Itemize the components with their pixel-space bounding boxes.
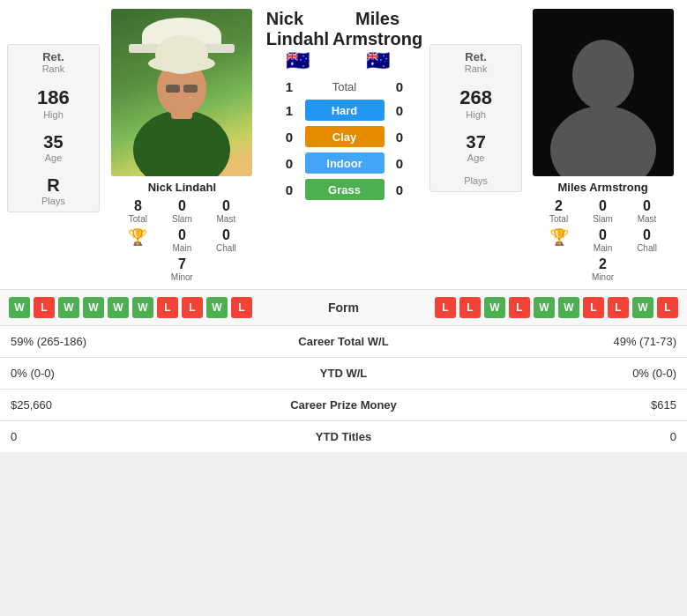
svg-rect-5: [166, 85, 180, 93]
form-right: LLWLWWLLWL: [385, 297, 679, 318]
right-player-area: Miles Armstrong 2 Total 0 Slam 0 Mast 🏆: [526, 9, 680, 284]
form-badge-left-0: W: [9, 297, 30, 318]
stat-right-3: 0: [446, 421, 687, 453]
right-age-label: Age: [467, 152, 485, 163]
left-rank-label: Rank: [42, 63, 65, 74]
indoor-badge: Indoor: [305, 152, 385, 174]
form-left: WLWWWWLLWL: [9, 297, 303, 318]
total-label: Total: [305, 80, 385, 93]
top-section: Nick Lindahl 8 Total 0 Slam 0 Mast 🏆: [0, 0, 687, 289]
left-main-stat: 0 Main: [160, 227, 204, 253]
grass-left: 0: [274, 182, 305, 197]
right-plays-item: Plays: [464, 175, 488, 186]
form-badge-right-6: L: [583, 297, 604, 318]
form-badge-right-1: L: [459, 297, 481, 318]
form-badge-left-4: W: [108, 297, 129, 318]
svg-rect-6: [183, 85, 198, 93]
total-right: 0: [385, 79, 415, 94]
form-badge-right-0: L: [435, 297, 456, 318]
right-rank-status: Ret.: [465, 50, 487, 63]
svg-point-4: [155, 35, 208, 74]
stat-right-1: 0% (0-0): [446, 358, 687, 390]
left-flag: 🇦🇺: [286, 49, 310, 72]
total-left: 1: [274, 79, 305, 94]
right-high-val: 268: [459, 86, 492, 109]
left-high-val: 186: [37, 86, 70, 109]
bottom-stats-table: 59% (265-186) Career Total W/L 49% (71-7…: [0, 325, 687, 452]
svg-point-0: [133, 110, 230, 176]
form-badge-left-2: W: [58, 297, 79, 318]
stat-center-3: YTD Titles: [241, 421, 447, 453]
names-flags-row: Nick Lindahl 🇦🇺 Miles Armstrong 🇦🇺: [263, 9, 426, 72]
left-rank-item: Ret. Rank: [42, 50, 65, 74]
total-row: 1 Total 0: [263, 79, 426, 94]
center-area: Nick Lindahl 🇦🇺 Miles Armstrong 🇦🇺 1 Tot…: [263, 9, 426, 203]
main-container: Nick Lindahl 8 Total 0 Slam 0 Mast 🏆: [0, 0, 687, 452]
stat-center-2: Career Prize Money: [241, 390, 447, 421]
left-age-val: 35: [43, 132, 63, 152]
stats-row-3: 0 YTD Titles 0: [0, 421, 687, 453]
stat-left-1: 0% (0-0): [0, 358, 241, 390]
right-flag: 🇦🇺: [366, 49, 390, 72]
hard-right: 0: [385, 103, 415, 118]
left-name-block: Nick Lindahl 🇦🇺: [266, 9, 329, 72]
clay-badge: Clay: [305, 126, 385, 147]
form-badge-left-8: W: [206, 297, 228, 318]
hard-badge: Hard: [305, 100, 385, 121]
form-badge-left-7: L: [182, 297, 203, 318]
stat-left-0: 59% (265-186): [0, 326, 241, 358]
stat-right-0: 49% (71-73): [446, 326, 687, 358]
clay-right: 0: [385, 130, 415, 145]
indoor-left: 0: [274, 156, 305, 171]
clay-row: 0 Clay 0: [263, 126, 426, 147]
right-center-name: Miles Armstrong: [332, 9, 422, 49]
right-slam-stat: 0 Slam: [581, 198, 625, 224]
right-age-val: 37: [467, 132, 486, 152]
left-trophy: 🏆: [116, 227, 160, 253]
stat-right-2: $615: [446, 390, 687, 421]
left-total-stat: 8 Total: [116, 198, 160, 224]
trophy-icon-right: 🏆: [549, 227, 569, 247]
left-minor-stat: 7 Minor: [160, 256, 204, 282]
right-high-label: High: [466, 109, 486, 120]
left-high-item: 186 High: [37, 86, 70, 120]
form-badge-right-3: L: [509, 297, 530, 318]
right-main-stat: 0 Main: [581, 227, 625, 253]
stat-center-1: YTD W/L: [241, 358, 447, 390]
right-rank-label: Rank: [465, 63, 488, 74]
clay-left: 0: [274, 130, 305, 145]
grass-row: 0 Grass 0: [263, 179, 426, 200]
right-trophy: 🏆: [537, 227, 581, 253]
stat-center-0: Career Total W/L: [241, 326, 447, 358]
form-badge-left-3: W: [83, 297, 104, 318]
right-age-item: 37 Age: [467, 132, 486, 163]
form-badge-right-7: L: [608, 297, 629, 318]
left-mast-stat: 0 Mast: [204, 198, 248, 224]
right-total-stat: 2 Total: [537, 198, 581, 224]
form-badge-right-2: W: [484, 297, 505, 318]
grass-right: 0: [385, 182, 415, 197]
right-rank-item: Ret. Rank: [465, 50, 488, 74]
left-center-name: Nick Lindahl: [266, 9, 329, 49]
left-age-item: 35 Age: [43, 132, 63, 163]
left-plays-item: R Plays: [41, 175, 65, 206]
grass-badge: Grass: [305, 179, 385, 200]
form-badge-left-1: L: [34, 297, 55, 318]
right-chall-stat: 0 Chall: [625, 227, 669, 253]
right-player-name: Miles Armstrong: [558, 181, 648, 194]
left-player-area: Nick Lindahl 8 Total 0 Slam 0 Mast 🏆: [105, 9, 259, 284]
form-badge-right-8: W: [632, 297, 653, 318]
left-high-label: High: [43, 109, 63, 120]
form-section: WLWWWWLLWL Form LLWLWWLLWL: [0, 289, 687, 325]
left-rank-panel: Ret. Rank 186 High 35 Age R Plays: [7, 44, 100, 212]
left-slam-stat: 0 Slam: [160, 198, 204, 224]
hard-row: 1 Hard 0: [263, 100, 426, 121]
left-player-photo: [111, 9, 252, 176]
left-plays-val: R: [47, 175, 59, 196]
right-high-item: 268 High: [459, 86, 492, 120]
trophy-icon-left: 🏆: [128, 227, 147, 247]
left-chall-stat: 0 Chall: [204, 227, 248, 253]
form-badge-right-9: L: [657, 297, 678, 318]
stats-row-2: $25,660 Career Prize Money $615: [0, 390, 687, 421]
left-plays-label: Plays: [41, 196, 65, 206]
